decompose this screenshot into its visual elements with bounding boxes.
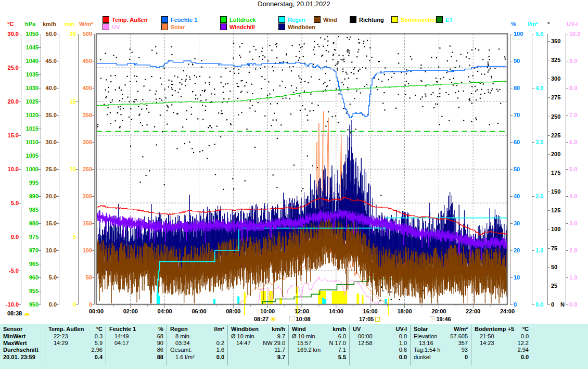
table-value-cell: NW 29.0 <box>229 340 285 346</box>
axis-tick-label: 400 <box>69 85 92 91</box>
legend-swatch-regen-icon <box>278 16 285 23</box>
wind-direction-dot <box>181 96 182 97</box>
legend-item-richtung: Richtung <box>350 16 384 23</box>
rain-bar <box>157 292 159 304</box>
wind-direction-dot <box>164 89 165 90</box>
x-axis-label: 00:00 <box>85 308 108 314</box>
wind-direction-dot <box>238 73 239 74</box>
wind-direction-dot <box>399 299 400 300</box>
axis-tick-label: 100 <box>69 248 92 253</box>
table-value-cell: 0.0 <box>351 354 407 360</box>
wind-direction-dot <box>317 44 318 45</box>
wind-direction-dot <box>328 51 329 52</box>
wind-direction-dot <box>177 113 178 114</box>
axis-tick-label: 0 <box>69 302 92 307</box>
axis-tick-label: 10.0 <box>34 248 57 253</box>
axis-tick-label: 3.0 <box>569 221 588 226</box>
wind-direction-dot <box>264 57 265 58</box>
wind-direction-dot <box>183 70 184 71</box>
table-value-cell: 0.4 <box>46 354 103 360</box>
axis-tick-label: 6.0 <box>569 139 588 145</box>
wind-direction-dot <box>202 105 203 106</box>
axis-tick <box>510 250 513 251</box>
wind-direction-dot <box>310 110 311 111</box>
wind-direction-dot <box>138 106 139 107</box>
axis-unit-label: ° <box>547 21 549 27</box>
legend-label: Windböen <box>288 24 315 30</box>
wind-direction-dot <box>306 115 308 116</box>
wind-direction-dot <box>130 146 131 147</box>
wind-direction-dot <box>180 82 181 83</box>
wind-direction-dot <box>474 68 475 69</box>
wind-direction-dot <box>411 59 412 60</box>
wind-direction-dot <box>491 78 492 79</box>
wind-direction-dot <box>325 73 326 74</box>
wind-direction-dot <box>160 78 161 79</box>
wind-direction-dot <box>247 92 248 93</box>
wind-direction-dot <box>358 49 359 50</box>
wind-direction-dot <box>280 124 282 125</box>
wind-direction-dot <box>469 65 470 66</box>
wind-direction-dot <box>140 122 141 123</box>
wind-direction-dot <box>167 110 168 111</box>
wind-direction-dot <box>302 46 303 47</box>
axis-unit-label: UV-I <box>567 21 578 27</box>
wind-direction-dot <box>425 94 426 95</box>
wind-direction-dot <box>229 71 231 72</box>
table-header-unit: °C <box>46 326 103 332</box>
wind-direction-dot <box>197 118 198 119</box>
axis-tick-label: 300 <box>69 139 92 145</box>
legend-label: Solar <box>171 24 185 30</box>
wind-direction-dot <box>155 94 156 95</box>
wind-direction-dot <box>252 93 253 94</box>
wind-direction-dot <box>438 67 439 68</box>
wind-direction-dot <box>296 90 297 91</box>
wind-direction-dot <box>385 67 386 68</box>
wind-direction-dot <box>181 79 182 80</box>
wind-direction-dot <box>469 99 470 100</box>
axis-tick-label: 0.0 <box>569 302 588 307</box>
wind-direction-dot <box>289 98 290 99</box>
sunshine-bar <box>362 295 363 304</box>
wind-direction-dot <box>349 50 350 52</box>
wind-direction-dot <box>233 188 234 189</box>
axis-tick <box>547 248 550 249</box>
wind-direction-dot <box>283 98 284 99</box>
legend-swatch-sonnenschein-icon <box>391 16 398 23</box>
wind-direction-dot <box>176 148 177 149</box>
wind-direction-dot <box>348 89 349 90</box>
wind-direction-dot <box>240 92 241 93</box>
wind-direction-dot <box>311 103 312 104</box>
axis-tick <box>547 229 550 230</box>
wind-direction-dot <box>391 77 392 78</box>
wind-direction-dot <box>453 84 454 85</box>
wind-direction-dot <box>255 68 256 69</box>
legend-item-uv: UV <box>103 23 120 30</box>
wind-direction-dot <box>192 63 193 65</box>
wind-direction-dot <box>497 123 498 124</box>
rain-bar <box>385 299 387 304</box>
wind-direction-dot <box>216 125 218 126</box>
wind-direction-dot <box>137 91 138 92</box>
series-luftdruck <box>96 81 507 106</box>
axis-line <box>532 34 532 304</box>
wind-direction-dot <box>246 129 247 130</box>
wind-direction-dot <box>320 37 321 39</box>
wind-direction-dot <box>171 81 172 82</box>
axis-tick-label: 955 <box>16 288 39 294</box>
axis-unit-label: W/m² <box>79 21 93 27</box>
wind-direction-dot <box>105 53 106 54</box>
table-value-cell: 2.96 <box>46 347 103 353</box>
wind-direction-dot <box>312 165 313 166</box>
wind-direction-dot <box>505 58 506 59</box>
wind-direction-dot <box>333 54 334 55</box>
wind-direction-dot <box>175 90 176 91</box>
wind-direction-dot <box>171 84 172 85</box>
wind-direction-dot <box>279 85 280 86</box>
wind-direction-dot <box>338 194 339 195</box>
wind-direction-dot <box>214 144 215 145</box>
wind-direction-dot <box>405 94 406 95</box>
wind-direction-dot <box>378 79 379 80</box>
table-value-cell: 6.0 <box>290 333 346 339</box>
wind-direction-dot <box>337 62 338 63</box>
